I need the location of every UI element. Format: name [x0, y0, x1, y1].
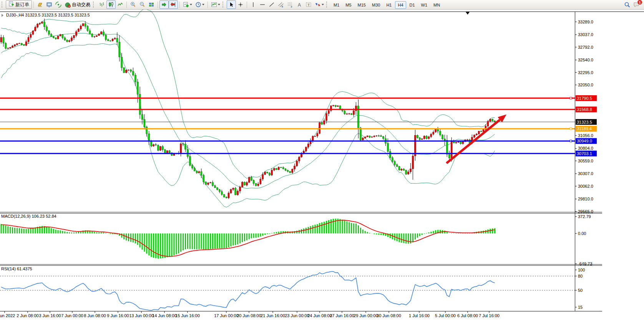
text-label-button[interactable]: T [304, 0, 313, 9]
cursor-button[interactable] [227, 0, 236, 9]
equidistant-channel-button[interactable]: E [276, 0, 285, 9]
candle-bearish [398, 166, 400, 170]
macd-histogram-bar [460, 233, 461, 233]
candle-bullish [57, 36, 59, 39]
tab-timeframe-h1[interactable]: H1 [383, 1, 394, 9]
terminal-icon [46, 2, 52, 8]
zoom-out-button[interactable] [138, 0, 147, 9]
chart-frame [0, 12, 644, 311]
toolbar-separator [158, 2, 158, 8]
candle-bullish [362, 138, 363, 140]
new-order-button[interactable]: 新订单 [6, 0, 32, 9]
macd-histogram-bar [94, 232, 95, 233]
line-handle[interactable] [570, 97, 572, 99]
trendline-button[interactable] [267, 0, 276, 9]
search-button[interactable] [622, 0, 632, 9]
macd-signal-line[interactable] [1, 220, 495, 256]
time-axis-label: 23 Jun 00:00 [285, 313, 309, 318]
bar-chart-button[interactable] [97, 0, 106, 9]
tab-timeframe-w1[interactable]: W1 [418, 1, 430, 9]
time-axis-label: 1 Jul 16:00 [409, 313, 430, 318]
candle-bearish [164, 150, 166, 153]
candle-bearish [460, 142, 461, 144]
macd-histogram-bar [58, 230, 59, 233]
arrows-dropdown[interactable] [313, 0, 325, 9]
macd-histogram-bar [246, 233, 247, 240]
notifications-button[interactable]: 1 [632, 0, 641, 9]
macd-histogram-bar [415, 233, 416, 240]
tile-windows-button[interactable] [147, 0, 156, 9]
toolbar-grip[interactable] [2, 2, 4, 8]
toolbar-grip[interactable] [93, 2, 96, 8]
chevron-down-icon [202, 4, 204, 5]
candlestick-chart-button[interactable] [106, 0, 116, 9]
indicators-dropdown[interactable] [209, 0, 222, 9]
macd-histogram-bar [194, 233, 195, 249]
line-chart-button[interactable] [116, 0, 125, 9]
horizontal-line-icon [259, 2, 266, 8]
macd-histogram-bar [10, 227, 11, 233]
macd-histogram-bar [48, 227, 50, 233]
terminal-button[interactable] [45, 0, 54, 9]
macd-histogram-bar [221, 233, 222, 248]
text-button[interactable]: A [295, 0, 304, 9]
tab-timeframe-d1[interactable]: D1 [407, 1, 418, 9]
macd-histogram-bar [303, 228, 304, 233]
macd-histogram-bar [346, 222, 347, 233]
candle-bullish [314, 136, 316, 136]
signal-button[interactable] [54, 0, 63, 9]
period-dropdown[interactable] [194, 0, 206, 9]
macd-histogram-bar [267, 233, 268, 234]
macd-histogram-bar [14, 228, 15, 233]
macd-histogram-bar [424, 233, 425, 234]
tab-timeframe-m5[interactable]: M5 [343, 1, 354, 9]
toolbar-separator [33, 2, 34, 8]
candle-bullish [25, 41, 27, 45]
toolbar-grip[interactable] [326, 2, 329, 8]
macd-histogram-bar [257, 233, 259, 237]
macd-histogram-bar [299, 230, 300, 233]
crosshair-button[interactable] [236, 0, 245, 9]
macd-histogram-bar [305, 228, 307, 233]
tab-timeframe-m1[interactable]: M1 [331, 1, 342, 9]
chart-shift-marker[interactable] [466, 12, 470, 15]
chart-shift-button[interactable] [169, 0, 178, 9]
chevron-down-icon [190, 4, 192, 5]
fibonacci-button[interactable]: F [285, 0, 295, 9]
candle-bullish [28, 38, 29, 42]
auto-scroll-button[interactable] [159, 0, 169, 9]
profiles-button[interactable] [35, 0, 45, 9]
chart-canvas[interactable]: 33289.033037.032792.032540.032295.032050… [0, 0, 644, 321]
candle-bearish [417, 135, 418, 137]
toolbar-grip[interactable] [222, 2, 225, 8]
candle-bearish [194, 168, 195, 171]
macd-histogram-bar [178, 233, 179, 253]
candle-bullish [451, 141, 452, 158]
candle-bullish [435, 129, 437, 132]
zoom-in-button[interactable] [128, 0, 138, 9]
rsi-line[interactable] [1, 271, 495, 310]
new-chart-dropdown[interactable] [181, 0, 194, 9]
macd-panel-layer [1, 218, 496, 258]
macd-histogram-bar [264, 233, 266, 235]
tab-timeframe-h4[interactable]: H4 [395, 1, 406, 9]
macd-histogram-bar [46, 227, 47, 233]
one-click-trading-toggle[interactable] [2, 14, 3, 17]
macd-histogram-bar [492, 228, 493, 233]
macd-histogram-bar [235, 233, 236, 245]
time-axis-label: 2 Jun 08:00 [17, 313, 39, 318]
line-handle[interactable] [570, 140, 572, 142]
bollinger-middle-line[interactable] [1, 33, 495, 188]
macd-histogram-bar [133, 233, 134, 243]
candle-bearish [23, 45, 25, 45]
candle-bullish [373, 136, 375, 137]
time-axis-label: 7 Jul 16:00 [479, 313, 500, 318]
vertical-line-button[interactable] [249, 0, 258, 9]
tab-timeframe-mn[interactable]: MN [431, 1, 443, 9]
tab-timeframe-m15[interactable]: M15 [355, 1, 368, 9]
text-icon: A [296, 2, 302, 8]
auto-trading-button[interactable]: 自动交易 [63, 0, 92, 9]
line-handle[interactable] [570, 128, 572, 130]
horizontal-line-button[interactable] [258, 0, 267, 9]
tab-timeframe-m30[interactable]: M30 [369, 1, 383, 9]
